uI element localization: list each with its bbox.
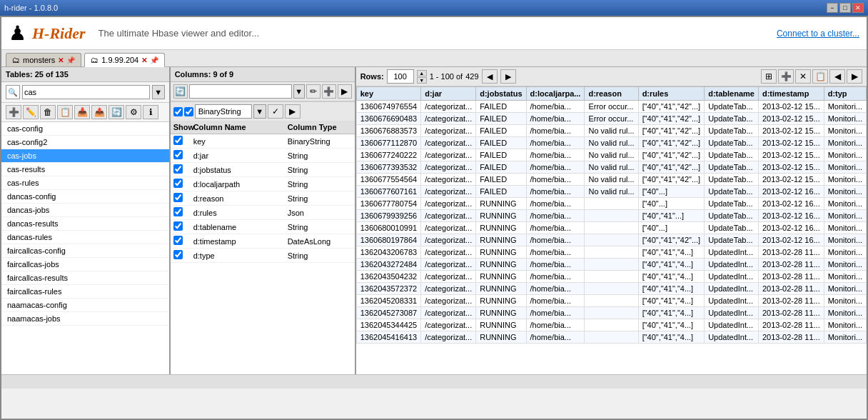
table-item[interactable]: dancas-rules	[1, 231, 169, 244]
connect-link[interactable]: Connect to a cluster...	[777, 29, 859, 39]
col-checkbox[interactable]	[173, 250, 183, 259]
table-row[interactable]: 1360679939256/categorizat...RUNNING/home…	[356, 210, 866, 222]
table-row[interactable]: 1362045208331/categorizat...RUNNING/home…	[356, 295, 866, 307]
grid-col-header[interactable]: d:jar	[421, 87, 476, 101]
table-item[interactable]: faircallcas-results	[1, 271, 169, 285]
table-row[interactable]: 1360677554564/categorizat...FAILED/home/…	[356, 174, 866, 186]
table-row[interactable]: 1360677780754/categorizat...RUNNING/home…	[356, 198, 866, 210]
page-size-input[interactable]	[387, 69, 414, 84]
table-row[interactable]: 1360677240222/categorizat...FAILED/home/…	[356, 149, 866, 161]
close-button[interactable]: ✕	[852, 3, 864, 13]
table-cell	[585, 271, 638, 283]
table-row[interactable]: 1360677607161/categorizat...FAILED/home/…	[356, 186, 866, 198]
minimize-button[interactable]: −	[827, 3, 838, 13]
table-row[interactable]: 1360677112870/categorizat...FAILED/home/…	[356, 137, 866, 149]
maximize-button[interactable]: □	[839, 3, 851, 13]
delete-table-button[interactable]: 🗑	[40, 105, 56, 119]
table-row[interactable]: 1360676883573/categorizat...FAILED/home/…	[356, 125, 866, 137]
table-row[interactable]: 1362043504232/categorizat...RUNNING/home…	[356, 271, 866, 283]
table-row[interactable]: 1362045416413/categorizat...RUNNING/home…	[356, 331, 866, 344]
table-cell: ["40","41","42"...]	[638, 101, 705, 113]
info-button[interactable]: ℹ	[143, 105, 158, 119]
tables-search-input[interactable]	[22, 85, 150, 99]
grid-col-header[interactable]: d:tablename	[705, 87, 759, 101]
grid-right-button[interactable]: ▶	[847, 69, 862, 84]
tables-dropdown-arrow[interactable]: ▼	[152, 85, 165, 99]
grid-col-header[interactable]: d:reason	[585, 87, 638, 101]
table-item[interactable]: naamacas-config	[1, 299, 169, 312]
col-check2[interactable]	[184, 107, 193, 116]
col-checkbox[interactable]	[173, 221, 183, 231]
refresh-button[interactable]: 🔄	[108, 105, 124, 119]
col-checkbox[interactable]	[173, 193, 183, 202]
table-item[interactable]: faircallcas-rules	[1, 285, 169, 299]
table-item[interactable]: cas-config2	[1, 136, 169, 149]
table-row[interactable]: 1360677393532/categorizat...FAILED/home/…	[356, 161, 866, 174]
table-item[interactable]: dancas-jobs	[1, 204, 169, 217]
col-go-button[interactable]: ▶	[338, 84, 352, 99]
col-checkbox[interactable]	[173, 236, 183, 245]
col-dropdown-arrow[interactable]: ▼	[293, 84, 305, 99]
tab-pin-cluster[interactable]: 📌	[150, 56, 158, 64]
col-add-button[interactable]: ➕	[322, 84, 336, 99]
grid-col-header[interactable]: d:localjarpa...	[526, 87, 585, 101]
table-item[interactable]: naamacas-jobs	[1, 312, 169, 326]
grid-col-header[interactable]: d:jobstatus	[476, 87, 526, 101]
table-row[interactable]: 1360680197864/categorizat...RUNNING/home…	[356, 234, 866, 246]
col-checkbox[interactable]	[173, 207, 183, 216]
grid-col-header[interactable]: key	[356, 87, 421, 101]
col-next-button[interactable]: ▶	[285, 104, 301, 119]
grid-col-header[interactable]: d:timestamp	[758, 87, 824, 101]
tab-monsters[interactable]: 🗂 monsters ✕ 📌	[6, 53, 81, 66]
grid-delete-button[interactable]: ✕	[795, 69, 811, 84]
table-row[interactable]: 1360674976554/categorizat...FAILED/home/…	[356, 101, 866, 113]
grid-add-button[interactable]: ➕	[778, 69, 794, 84]
table-row[interactable]: 1360676690483/categorizat...FAILED/home/…	[356, 113, 866, 125]
table-row[interactable]: 1362043272484/categorizat...RUNNING/home…	[356, 259, 866, 271]
table-item[interactable]: faircallcas-jobs	[1, 258, 169, 271]
type-dropdown-arrow[interactable]: ▼	[253, 104, 266, 119]
spin-up-button[interactable]: ▲	[417, 70, 427, 76]
grid-col-header[interactable]: d:rules	[638, 87, 705, 101]
spin-down-button[interactable]: ▼	[417, 77, 427, 84]
table-item[interactable]: cas-results	[1, 163, 169, 176]
grid-view-button[interactable]: ⊞	[761, 69, 777, 84]
copy-table-button[interactable]: 📋	[57, 105, 73, 119]
grid-left-button[interactable]: ◀	[829, 69, 845, 84]
table-item[interactable]: dancas-results	[1, 217, 169, 231]
grid-col-header[interactable]: d:typ	[824, 87, 866, 101]
next-page-button[interactable]: ▶	[500, 69, 516, 84]
tab-1.9.99.204[interactable]: 🗂 1.9.99.204 ✕ 📌	[84, 53, 165, 67]
column-search-input[interactable]	[189, 84, 292, 99]
table-cell: RUNNING	[476, 246, 526, 259]
tab-close-cluster[interactable]: ✕	[141, 56, 147, 64]
add-table-button[interactable]: ➕	[6, 105, 21, 119]
table-row[interactable]: 1362043206783/categorizat...RUNNING/home…	[356, 246, 866, 259]
tab-close-monsters[interactable]: ✕	[58, 56, 64, 64]
export-button[interactable]: 📤	[91, 105, 107, 119]
table-item[interactable]: cas-jobs	[1, 149, 169, 163]
col-all-check[interactable]	[173, 107, 183, 116]
prev-page-button[interactable]: ◀	[482, 69, 498, 84]
col-apply-button[interactable]: ✓	[268, 104, 283, 119]
col-checkbox[interactable]	[173, 150, 183, 159]
table-row[interactable]: 1362045273087/categorizat...RUNNING/home…	[356, 307, 866, 319]
settings-button[interactable]: ⚙	[126, 105, 141, 119]
grid-copy-button[interactable]: 📋	[812, 69, 828, 84]
table-cell: ["40","41","42"...]	[638, 137, 705, 149]
col-checkbox[interactable]	[173, 136, 183, 145]
table-row[interactable]: 1362043572372/categorizat...RUNNING/home…	[356, 283, 866, 295]
table-row[interactable]: 1360680010991/categorizat...RUNNING/home…	[356, 222, 866, 234]
col-edit-button[interactable]: ✏	[306, 84, 321, 99]
tab-pin-monsters[interactable]: 📌	[66, 56, 75, 64]
table-item[interactable]: cas-config	[1, 122, 169, 136]
import-button[interactable]: 📥	[74, 105, 90, 119]
col-checkbox[interactable]	[173, 179, 183, 188]
refresh-columns-button[interactable]: 🔄	[173, 84, 188, 99]
table-item[interactable]: faircallcas-config	[1, 244, 169, 258]
table-row[interactable]: 1362045344425/categorizat...RUNNING/home…	[356, 319, 866, 331]
col-checkbox[interactable]	[173, 164, 183, 174]
table-item[interactable]: dancas-config	[1, 190, 169, 204]
edit-table-button[interactable]: ✏️	[23, 105, 39, 119]
table-item[interactable]: cas-rules	[1, 176, 169, 190]
